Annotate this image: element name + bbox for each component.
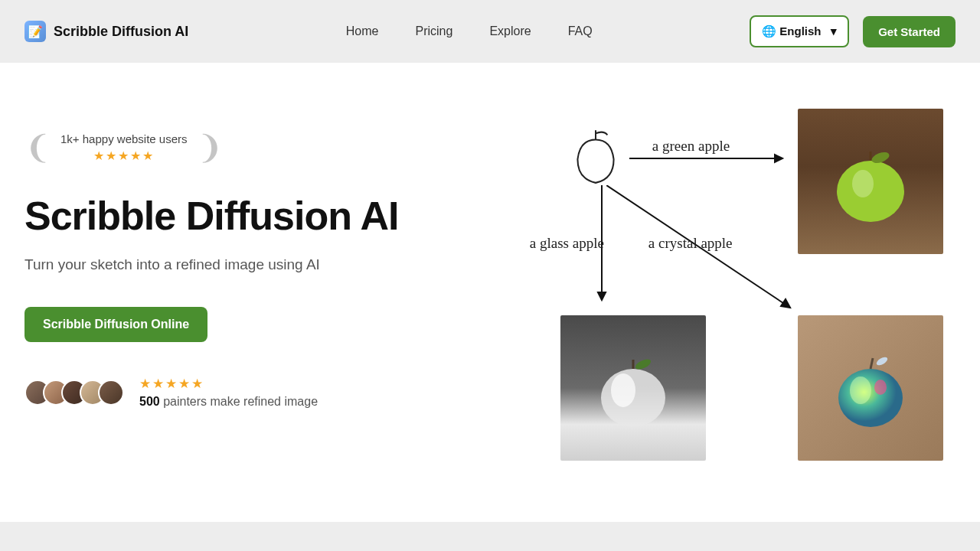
language-select[interactable]: 🌐 English ▾ <box>750 15 849 47</box>
svg-point-4 <box>852 170 874 197</box>
pencil-icon: 📝 <box>24 21 46 42</box>
cta-button[interactable]: Scribble Diffusion Online <box>24 307 207 342</box>
social-proof: ★★★★★ 500 painters make refined image <box>24 376 472 409</box>
svg-point-11 <box>850 377 871 404</box>
laurel-right-icon: ❨ <box>197 132 224 164</box>
apple-sketch-icon <box>568 124 623 187</box>
hero-illustration: a green apple a glass apple a crystal ap… <box>502 109 956 461</box>
star-rating-icon: ★★★★★ <box>60 148 188 163</box>
svg-point-12 <box>875 356 889 367</box>
hero-section: ❨ 1k+ happy website users ★★★★★ ❨ Scribb… <box>0 63 980 522</box>
logo[interactable]: 📝 Scribble Diffusion AI <box>24 21 188 42</box>
result-green-apple <box>798 109 943 254</box>
svg-point-7 <box>611 373 635 407</box>
avatar <box>98 380 124 406</box>
laurel-text: 1k+ happy website users <box>60 132 188 145</box>
hero-content: ❨ 1k+ happy website users ★★★★★ ❨ Scribb… <box>24 109 472 461</box>
nav-pricing[interactable]: Pricing <box>416 24 453 38</box>
hero-title: Scribble Diffusion AI <box>24 194 472 238</box>
nav-home[interactable]: Home <box>346 24 379 38</box>
star-rating-icon: ★★★★★ <box>139 376 318 392</box>
laurel-badge: ❨ 1k+ happy website users ★★★★★ ❨ <box>24 132 224 164</box>
nav-explore[interactable]: Explore <box>489 24 531 38</box>
main-nav: Home Pricing Explore FAQ <box>346 24 593 38</box>
get-started-button[interactable]: Get Started <box>863 16 956 47</box>
demo-label-glass: a glass apple <box>530 235 604 252</box>
logo-text: Scribble Diffusion AI <box>54 24 188 40</box>
social-proof-text: 500 painters make refined image <box>139 395 318 409</box>
demo-label-green: a green apple <box>652 138 730 155</box>
user-avatars <box>24 380 124 406</box>
svg-point-9 <box>838 369 903 427</box>
result-glass-apple <box>560 315 706 461</box>
nav-faq[interactable]: FAQ <box>568 24 593 38</box>
demo-diagram: a green apple a glass apple a crystal ap… <box>514 109 943 461</box>
examples-section: Scribble Diffusion AI Examples <box>0 522 980 551</box>
svg-point-10 <box>874 380 887 395</box>
site-header: 📝 Scribble Diffusion AI Home Pricing Exp… <box>0 0 980 63</box>
language-label: 🌐 English <box>762 24 821 38</box>
chevron-down-icon: ▾ <box>831 24 837 38</box>
hero-subtitle: Turn your sketch into a refined image us… <box>24 256 472 273</box>
demo-label-crystal: a crystal apple <box>648 235 733 252</box>
laurel-left-icon: ❨ <box>24 132 51 164</box>
header-actions: 🌐 English ▾ Get Started <box>750 15 956 47</box>
result-crystal-apple <box>798 315 943 461</box>
